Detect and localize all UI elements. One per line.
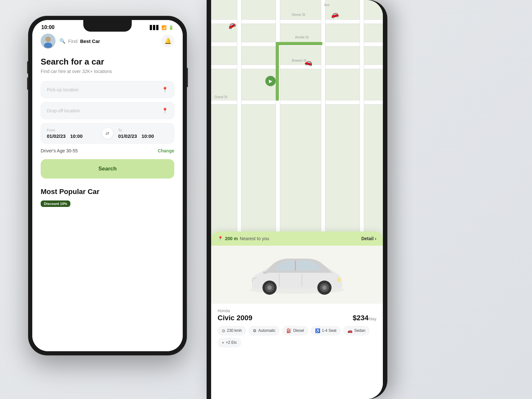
phone2: Devoe St Ainslie St Bowers St Grand St A… [207,0,387,399]
speed-icon: ⊙ [222,328,225,333]
pickup-pin-icon: 📍 [162,87,168,93]
spec-type-label: Sedan [354,328,365,333]
date-to-date: 01/02/23 [118,133,137,139]
svg-point-9 [267,285,272,290]
spec-speed-label: 230 kmh [227,328,242,333]
vol-up-button[interactable] [27,61,28,74]
battery-icon: 🔋 [169,25,174,30]
car-model: Civic 2009 [218,314,252,322]
location-pin-icon: 📍 [218,236,223,241]
status-time: 10:00 [41,25,55,30]
grand-st-label: Grand St [214,95,227,99]
map-grid: Devoe St Ainslie St Bowers St Grand St A… [211,0,383,259]
devoe-st-label: Devoe St [292,13,305,16]
road-v4 [360,0,364,259]
route-vertical [276,42,279,101]
date-row[interactable]: From 01/02/23 10:00 ⇄ To 01/02/23 10:00 [41,123,174,144]
road-v2 [276,0,280,259]
notch [83,20,132,32]
status-icons: ▋▋▋ 📶 🔋 [150,25,174,30]
date-from-value: 01/02/23 10:00 [47,133,97,139]
car-model-row: Civic 2009 $234/day [218,314,376,322]
date-to-time: 10:00 [141,133,154,139]
car-image [245,250,349,300]
bowers-st-label: Bowers St [292,59,307,62]
car-image-area [211,246,383,304]
map-start-marker: ▶ [265,76,276,86]
road-v3 [321,0,325,259]
route-horizontal [276,42,322,45]
avatar [41,34,56,48]
spec-transmission-label: Automatic [258,328,275,333]
spec-seats: ♿ 1-4 Seat [311,326,341,335]
seats-icon: ♿ [315,328,320,333]
swap-dates-button[interactable]: ⇄ [102,128,113,139]
distance-value: 200 m [225,236,238,241]
nearest-text: Nearest to you [240,236,269,241]
header-row: 🔍 Find Best Car 🔔 [41,34,174,48]
most-popular-heading: Most Popular Car [41,188,174,196]
ave-label: Ave [324,3,330,7]
dropoff-pin-icon: 📍 [162,107,168,114]
find-query: Best Car [80,38,100,44]
main-heading: Search for a car [41,57,174,67]
bell-icon: 🔔 [164,37,171,45]
map-car-3: 🚗 [304,57,313,66]
car-specs: ⊙ 230 kmh ⚙ Automatic ⛽ Diesel ♿ [218,326,376,347]
spec-etc-label: +2 Etc [226,340,237,345]
spec-speed: ⊙ 230 kmh [218,326,246,335]
ainslie-st-label: Ainslie St [295,36,309,39]
spec-type: 🚗 Sedan [343,326,370,335]
car-detail-card: 📍 200 m Nearest to you Detail › [211,231,383,399]
car-info: Honda Civic 2009 $234/day ⊙ 230 kmh [211,304,383,352]
pickup-input[interactable]: Pick-up location 📍 [41,81,174,98]
spec-fuel: ⛽ Diesel [282,326,308,335]
phone1-screen: 10:00 ▋▋▋ 📶 🔋 [32,20,183,351]
change-age-button[interactable]: Change [158,148,174,153]
discount-badge: Discount 10% [41,200,70,207]
transmission-icon: ⚙ [253,328,257,333]
spec-seats-label: 1-4 Seat [322,328,336,333]
map-car-2: 🚗 [330,9,339,19]
driver-age-text: Driver's Age 30-55 [41,148,78,153]
signal-icon: ▋▋▋ [150,25,159,30]
detail-label: Detail [361,236,373,241]
spec-fuel-label: Diesel [293,328,304,333]
search-button[interactable]: Search [41,159,174,179]
date-to-value: 01/02/23 10:00 [118,133,168,139]
wifi-icon: 📶 [161,25,167,30]
dropoff-placeholder: Drop-off location [47,108,80,113]
price-unit: /day [368,316,376,321]
date-from-label: From [47,128,97,132]
car-brand: Honda [218,308,376,313]
distance-info: 📍 200 m Nearest to you [218,236,269,241]
search-bar[interactable]: 🔍 Find Best Car [59,38,158,44]
phone1: 10:00 ▋▋▋ 📶 🔋 [28,16,187,355]
find-prefix: Find [68,38,77,44]
car-card-header: 📍 200 m Nearest to you Detail › [211,231,383,246]
date-to-label: To [118,128,168,132]
dropoff-input[interactable]: Drop-off location 📍 [41,102,174,119]
notification-bell-button[interactable]: 🔔 [161,35,174,47]
sub-heading: Find car hire at over 32K+ locations [41,69,174,74]
detail-button[interactable]: Detail › [361,236,376,241]
date-to-block: To 01/02/23 10:00 [118,128,168,139]
chevron-right-icon: › [375,236,376,241]
date-from-block: From 01/02/23 10:00 [47,128,97,139]
vol-down-button[interactable] [27,77,28,90]
date-from-time: 10:00 [70,133,82,139]
etc-icon: + [222,340,224,345]
price-value: $234 [353,314,368,322]
road-v1 [237,0,241,259]
pickup-placeholder: Pick-up location [47,87,79,92]
driver-age-row: Driver's Age 30-55 Change [41,148,174,153]
car-price: $234/day [353,314,376,322]
spec-etc: + +2 Etc [218,338,241,347]
power-button[interactable] [187,68,188,87]
date-from-date: 01/02/23 [47,133,66,139]
type-icon: 🚗 [347,328,353,333]
scene: 10:00 ▋▋▋ 📶 🔋 [0,0,532,399]
search-icon: 🔍 [59,38,66,44]
spec-transmission: ⚙ Automatic [249,326,280,335]
svg-point-3 [46,37,50,42]
